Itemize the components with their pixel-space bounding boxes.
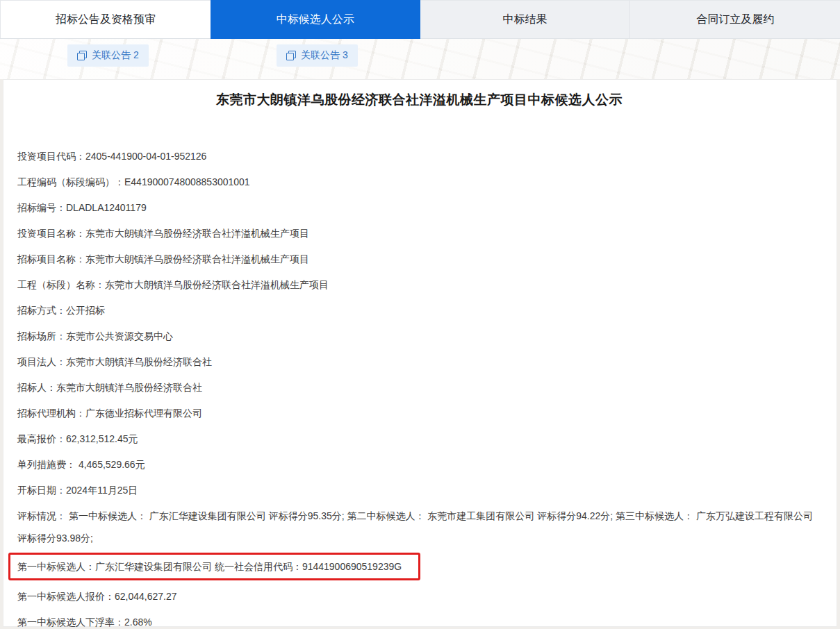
tab-contract-performance[interactable]: 合同订立及履约 <box>629 1 840 38</box>
field-row-tenderer: 招标人：东莞市大朗镇洋乌股份经济联合社 <box>17 376 821 399</box>
tab-bar: 招标公告及资格预审 中标候选人公示 中标结果 合同订立及履约 <box>0 0 840 39</box>
related-badge-label: 关联公告 3 <box>301 49 348 62</box>
field-row-tender-method: 招标方式：公开招标 <box>17 299 821 321</box>
field-row-investment-project-code: 投资项目代码：2405-441900-04-01-952126 <box>17 145 821 167</box>
field-row-first-candidate-price: 第一中标候选人报价：62,044,627.27 <box>17 585 821 607</box>
field-row-tender-venue: 招标场所：东莞市公共资源交易中心 <box>17 325 821 347</box>
field-row-project-legal-entity: 项目法人：东莞市大朗镇洋乌股份经济联合社 <box>17 351 821 373</box>
tab-tender-announcement[interactable]: 招标公告及资格预审 <box>0 1 211 38</box>
field-row-investment-project-name: 投资项目名称：东莞市大朗镇洋乌股份经济联合社洋溢机械生产项目 <box>17 222 821 244</box>
field-row-project-code: 工程编码（标段编码）：E4419000748008853001001 <box>17 171 821 193</box>
highlight-red-box: 第一中标候选人：广东汇华建设集团有限公司 统一社会信用代码：9144190069… <box>8 553 420 580</box>
announcement-card: 东莞市大朗镇洋乌股份经济联合社洋溢机械生产项目中标候选人公示 投资项目代码：24… <box>3 79 837 627</box>
field-row-tender-agency: 招标代理机构：广东德业招标代理有限公司 <box>17 402 821 424</box>
related-announcements-button-1[interactable]: 关联公告 2 <box>67 44 149 67</box>
field-row-tender-number: 招标编号：DLADLA12401179 <box>17 196 821 219</box>
field-row-section-name: 工程（标段）名称：东莞市大朗镇洋乌股份经济联合社洋溢机械生产项目 <box>17 274 821 296</box>
field-row-evaluation-result: 评标情况： 第一中标候选人： 广东汇华建设集团有限公司 评标得分95.35分; … <box>17 505 821 549</box>
page-title: 东莞市大朗镇洋乌股份经济联合社洋溢机械生产项目中标候选人公示 <box>17 91 821 109</box>
related-announcements-button-2[interactable]: 关联公告 3 <box>277 44 358 67</box>
page-background-strip: 关联公告 2 关联公告 3 <box>0 39 840 79</box>
field-row-first-candidate-credit-code: 第一中标候选人：广东汇华建设集团有限公司 统一社会信用代码：9144190069… <box>17 555 411 578</box>
related-copy-icon <box>286 51 296 60</box>
field-row-tender-project-name: 招标项目名称：东莞市大朗镇洋乌股份经济联合社洋溢机械生产项目 <box>17 248 821 270</box>
field-row-separate-measure-fee: 单列措施费： 4,465,529.66元 <box>17 453 821 476</box>
related-badge-label: 关联公告 2 <box>92 49 139 62</box>
field-row-first-candidate-discount-rate: 第一中标候选人下浮率：2.68% <box>17 611 821 629</box>
field-row-bid-opening-date: 开标日期：2024年11月25日 <box>17 479 821 501</box>
tab-bid-result[interactable]: 中标结果 <box>420 1 630 38</box>
tab-winning-candidate-publicity[interactable]: 中标候选人公示 <box>211 0 420 40</box>
field-row-max-price: 最高报价：62,312,512.45元 <box>17 428 821 450</box>
related-copy-icon <box>77 51 87 60</box>
